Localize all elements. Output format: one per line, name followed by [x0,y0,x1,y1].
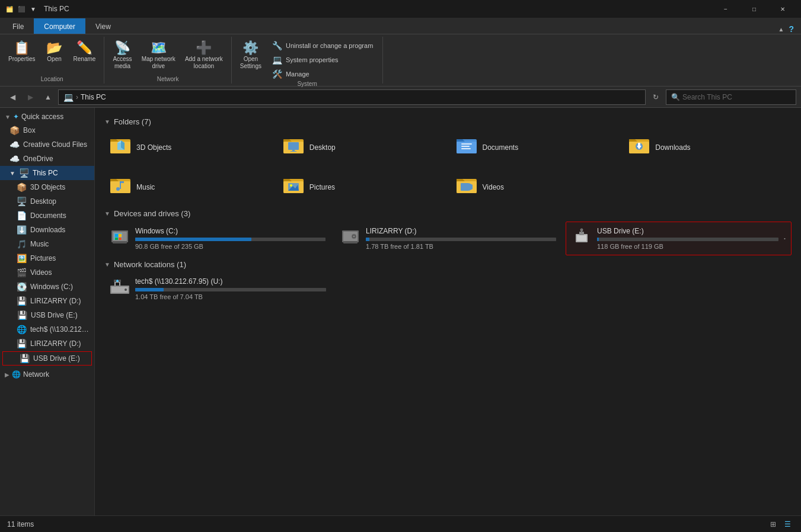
sidebar-item-lirizarry-d-1[interactable]: 💾 LIRIZARRY (D:) [0,294,94,308]
folders-expand-icon[interactable]: ▼ [104,118,110,125]
search-placeholder: Search This PC [682,93,732,101]
sidebar-item-lirizarry-d-2[interactable]: 💾 LIRIZARRY (D:) [0,336,94,351]
drive-usb-e-name: USB Drive (E:) [597,227,778,235]
folder-music-label: Music [136,183,155,191]
pictures-sidebar-label: Pictures [30,254,56,262]
folder-documents[interactable]: Documents [451,130,619,165]
settings-label: OpenSettings [240,56,261,70]
access-media-label: Accessmedia [113,56,132,70]
add-network-label: Add a networklocation [185,56,223,70]
quick-access-header[interactable]: ▼ ✦ Quick access [0,110,94,123]
drive-usb-e-bar-bg [597,238,778,241]
open-settings-button[interactable]: ⚙️ OpenSettings [237,39,265,72]
quick-access-icon[interactable]: ⬛ [17,4,26,14]
svg-point-27 [116,187,120,191]
drive-windows-c-info: Windows (C:) 90.8 GB free of 235 GB [135,227,325,250]
grid-view-button[interactable]: ⊞ [767,518,780,531]
minimize-button[interactable]: − [712,0,739,18]
folders-section-title: Folders (7) [114,117,151,126]
title-bar-icons: 🗂️ ⬛ ▼ [5,4,38,14]
sidebar-item-windows-c[interactable]: 💽 Windows (C:) [0,280,94,294]
content-area: ▼ Folders (7) 3D Objects [95,108,801,515]
sidebar-item-downloads[interactable]: ⬇️ Downloads [0,223,94,237]
refresh-button[interactable]: ↻ [648,89,663,105]
svg-rect-10 [292,150,295,151]
sidebar-item-usb-drive-e-selected[interactable]: 💾 USB Drive (E:) [2,351,92,366]
tab-computer[interactable]: Computer [34,18,85,34]
3d-objects-sidebar-label: 3D Objects [30,183,65,191]
sidebar-item-tech-network[interactable]: 🌐 tech$ (\\130.212.67. [0,322,94,336]
sidebar-item-documents[interactable]: 📄 Documents [0,209,94,223]
folder-downloads-label: Downloads [655,143,690,152]
devices-expand-icon[interactable]: ▼ [104,210,110,217]
sidebar-item-pictures[interactable]: 🖼️ Pictures [0,251,94,265]
sidebar-item-creative-cloud[interactable]: ☁️ Creative Cloud Files [0,137,94,152]
documents-sidebar-label: Documents [30,211,66,220]
network-location-tech[interactable]: tech$ (\\130.212.67.95) (U:) 1.04 TB fre… [104,273,331,305]
status-bar: 11 items ⊞ ☰ [0,515,801,532]
sidebar-item-box[interactable]: 📦 Box [0,123,94,137]
drives-grid: Windows (C:) 90.8 GB free of 235 GB [104,222,792,255]
sidebar-item-desktop[interactable]: 🖥️ Desktop [0,194,94,209]
ribbon-collapse[interactable]: ▲ ? [778,24,796,34]
drive-lirizarry-d[interactable]: LIRIZARRY (D:) 1.78 TB free of 1.81 TB [335,222,561,255]
devices-section-header: ▼ Devices and drives (3) [104,209,792,218]
sidebar: ▼ ✦ Quick access 📦 Box ☁️ Creative Cloud… [0,108,95,515]
onedrive-icon: ☁️ [9,154,20,164]
folder-music[interactable]: Music [104,169,273,204]
properties-button[interactable]: 📋 Properties [5,39,39,65]
status-item-count: 11 items [7,520,34,528]
folder-3d-icon [109,133,132,161]
location-buttons: 📋 Properties 📂 Open ✏️ Rename [5,37,99,76]
location-group-label: Location [41,76,63,84]
list-view-button[interactable]: ☰ [781,518,794,531]
folder-videos[interactable]: Videos [451,169,619,204]
tab-file[interactable]: File [2,18,34,34]
open-button[interactable]: 📂 Open [42,39,68,65]
folder-downloads[interactable]: Downloads [623,130,792,165]
address-field[interactable]: 💻 › This PC [58,89,646,105]
sidebar-item-this-pc[interactable]: ▼ 🖥️ This PC [0,166,94,180]
svg-rect-48 [119,238,122,240]
drive-windows-c-name: Windows (C:) [135,227,325,235]
title-bar: 🗂️ ⬛ ▼ This PC − □ ✕ [0,0,801,18]
network-buttons: 📡 Accessmedia 🗺️ Map networkdrive ➕ Add … [109,37,226,76]
help-button[interactable]: ? [786,24,796,34]
system-properties-button[interactable]: 💻 System properties [267,53,378,66]
folder-3d-objects[interactable]: 3D Objects [104,130,273,165]
sidebar-item-usb-drive-e-1[interactable]: 💾 USB Drive (E:) [0,308,94,322]
drive-lirizarry-d-icon [340,226,361,251]
up-button[interactable]: ▲ [40,89,56,105]
devices-section-title: Devices and drives (3) [114,209,190,218]
tab-view[interactable]: View [85,18,121,34]
drive-lirizarry-d-bar [366,238,369,241]
usb-e-selected-sidebar-label: USB Drive (E:) [33,354,80,363]
drive-windows-c[interactable]: Windows (C:) 90.8 GB free of 235 GB [104,222,330,255]
sidebar-item-music[interactable]: 🎵 Music [0,237,94,251]
rename-button[interactable]: ✏️ Rename [70,39,100,65]
maximize-button[interactable]: □ [741,0,768,18]
quick-access-label: Quick access [21,113,63,121]
quick-access-expand-icon: ▼ [5,114,11,120]
sidebar-item-videos[interactable]: 🎬 Videos [0,265,94,280]
search-box[interactable]: 🔍 Search This PC [666,89,796,105]
drive-usb-e[interactable]: USB Drive (E:) 118 GB free of 119 GB · [566,222,792,255]
sidebar-item-3d-objects[interactable]: 📦 3D Objects [0,180,94,194]
folder-desktop[interactable]: Desktop [277,130,446,165]
network-locations-expand-icon[interactable]: ▼ [104,261,110,268]
folder-pictures[interactable]: Pictures [277,169,446,204]
uninstall-program-button[interactable]: 🔧 Uninstall or change a program [267,39,378,52]
network-group-label: Network [157,76,179,84]
forward-button[interactable]: ▶ [23,89,38,105]
down-arrow-icon[interactable]: ▼ [28,4,38,14]
manage-button[interactable]: 🛠️ Manage [267,68,378,81]
network-header[interactable]: ▶ 🌐 Network [0,368,94,381]
access-media-button[interactable]: 📡 Accessmedia [109,39,135,72]
close-button[interactable]: ✕ [769,0,796,18]
usb-e1-sidebar-label: USB Drive (E:) [31,311,78,319]
box-label: Box [23,126,36,134]
add-network-location-button[interactable]: ➕ Add a networklocation [181,39,226,72]
back-button[interactable]: ◀ [5,89,20,105]
sidebar-item-onedrive[interactable]: ☁️ OneDrive [0,152,94,166]
map-network-drive-button[interactable]: 🗺️ Map networkdrive [138,39,179,72]
